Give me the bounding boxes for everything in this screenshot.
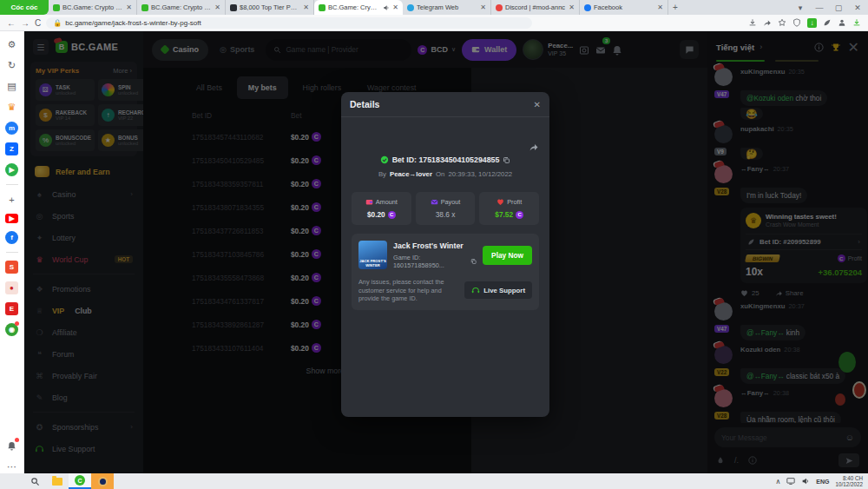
tab-close-icon[interactable]: ✕	[657, 3, 663, 11]
tab-close-icon[interactable]: ✕	[214, 3, 220, 11]
tab-close-icon[interactable]: ✕	[126, 3, 132, 11]
browser-address-bar: ← → C 🔒 bc.game/game/jack-frost-s-winter…	[0, 15, 868, 31]
bet-username[interactable]: Peace→lover	[390, 170, 432, 178]
bcd-coin-icon: C	[516, 211, 523, 219]
maximize-button[interactable]: ▢	[830, 0, 847, 15]
divider	[6, 184, 18, 185]
game-card: JACK FROST'S WINTER Jack Frost's Winter …	[352, 234, 539, 310]
tab-close-icon[interactable]: ✕	[569, 3, 575, 11]
shopee-icon[interactable]: S	[5, 261, 18, 274]
extensions-icon[interactable]	[823, 18, 832, 27]
share-icon[interactable]	[763, 18, 772, 27]
facebook-favicon	[584, 4, 591, 11]
browser-tab-bar: Cốc cốc BC.Game: Crypto Casino ✕ BC.Game…	[0, 0, 868, 15]
browser-tab-2[interactable]: BC.Game: Crypto Casino ✕	[137, 0, 226, 15]
tab-audio-icon[interactable]	[383, 4, 390, 11]
photo-app-icon[interactable]: ●	[5, 281, 18, 294]
url-box[interactable]: 🔒 bc.game/game/jack-frost-s-winter-by-pg…	[46, 17, 532, 29]
profile-icon[interactable]	[838, 18, 846, 27]
modal-title: Details	[350, 99, 379, 109]
extension-green-icon[interactable]: ↓	[807, 18, 817, 28]
bet-details-modal: Details ✕ Bet ID: 1751834504105294855 By…	[341, 92, 549, 417]
copy-icon[interactable]	[470, 258, 477, 265]
youtube-icon[interactable]: ▶	[5, 214, 18, 223]
browser-tab-6[interactable]: Discord | #mod-annc ✕	[491, 0, 580, 15]
stat-profit: Profit $7.52C	[479, 192, 539, 225]
game-name: Jack Frost's Winter	[393, 241, 477, 250]
amount-icon	[365, 198, 373, 206]
games-icon[interactable]: ▶	[5, 163, 18, 176]
zalo-icon[interactable]: Z	[5, 142, 18, 155]
active-app-icon[interactable]	[91, 473, 114, 489]
history-clock-icon[interactable]: ↻	[5, 59, 18, 72]
coccoc-taskbar-icon[interactable]: C	[69, 473, 91, 489]
windows-taskbar: C ∧ ENG 8:40 CH 10/12/2022	[0, 473, 868, 489]
back-icon[interactable]: ←	[7, 18, 16, 28]
browser-tab-5[interactable]: Telegram Web ✕	[403, 0, 491, 15]
bet-id-value: Bet ID: 1751834504105294855	[392, 155, 500, 164]
browser-sidebar: ⚙ ↻ ▤ ♛ m Z ▶ + ▶ f S ● E ◉ ⋯	[0, 31, 24, 473]
input-language[interactable]: ENG	[816, 479, 829, 485]
bcgame-favicon	[53, 4, 60, 11]
modal-close-icon[interactable]: ✕	[534, 100, 541, 109]
new-tab-button[interactable]: +	[668, 0, 682, 15]
bcgame-favicon	[319, 4, 326, 11]
more-icon[interactable]: ⋯	[5, 460, 18, 473]
tab-close-icon[interactable]: ✕	[480, 3, 486, 11]
tray-expand-icon[interactable]: ∧	[775, 478, 780, 486]
verified-check-icon	[380, 155, 389, 164]
messenger-icon[interactable]: m	[5, 122, 18, 135]
close-button[interactable]: ✕	[849, 0, 866, 15]
bcgame-app: ☰ B BC.GAME My VIP Perks More › ⚄ TASKun…	[24, 31, 868, 473]
adblock-shield-icon[interactable]	[792, 18, 801, 27]
start-button[interactable]	[0, 473, 23, 489]
minimize-button[interactable]: —	[811, 0, 828, 15]
bcd-coin-icon: C	[388, 211, 396, 219]
downloads-icon[interactable]	[852, 18, 861, 27]
crown-vip-icon[interactable]: ♛	[5, 101, 18, 114]
network-monitor-icon[interactable]	[786, 477, 795, 486]
pgsoft-favicon	[230, 4, 237, 11]
url-text: bc.game/game/jack-frost-s-winter-by-pg-s…	[65, 19, 201, 27]
stat-payout: Payout 38.6 x	[416, 192, 476, 225]
sports-ball-icon[interactable]: ◉	[5, 323, 18, 336]
headset-icon	[471, 286, 480, 294]
browser-tab-1[interactable]: BC.Game: Crypto Casino ✕	[49, 0, 137, 15]
tab-search-icon[interactable]: ▾	[792, 0, 809, 15]
payout-icon	[431, 198, 438, 206]
support-note: Any issues, please contact the customer …	[358, 278, 457, 303]
game-id-row: Game ID: 1601571858950...	[393, 254, 477, 269]
add-shortcut-icon[interactable]: +	[5, 193, 18, 206]
stat-amount: Amount $0.20C	[352, 192, 411, 225]
settings-gear-icon[interactable]: ⚙	[5, 38, 18, 51]
discord-favicon	[496, 4, 503, 11]
tab-close-icon[interactable]: ✕	[303, 3, 309, 11]
copy-icon[interactable]	[503, 156, 510, 164]
system-clock[interactable]: 8:40 CH 10/12/2022	[835, 475, 863, 487]
file-explorer-icon[interactable]	[46, 473, 69, 489]
volume-icon[interactable]	[801, 477, 810, 486]
forward-icon[interactable]: →	[21, 18, 30, 28]
browser-tab-7[interactable]: Facebook ✕	[580, 0, 668, 15]
tab-close-icon[interactable]: ✕	[392, 3, 398, 11]
play-now-button[interactable]: Play Now	[483, 246, 532, 265]
taskbar-search-icon[interactable]	[23, 473, 46, 489]
browser-brand[interactable]: Cốc cốc	[0, 0, 49, 15]
divider	[6, 252, 18, 253]
browser-tab-4-active[interactable]: BC.Game: Crypto Ca ✕	[314, 0, 403, 15]
facebook-icon[interactable]: f	[5, 231, 18, 244]
bookmark-star-icon[interactable]	[778, 18, 786, 27]
e-app-icon[interactable]: E	[5, 302, 18, 315]
lock-icon[interactable]: 🔒	[53, 19, 62, 27]
game-thumbnail[interactable]: JACK FROST'S WINTER	[358, 241, 387, 269]
reload-icon[interactable]: C	[35, 18, 41, 28]
share-bet-icon[interactable]	[529, 138, 539, 154]
bet-datetime: 20:39:33, 10/12/2022	[448, 170, 512, 178]
bcgame-favicon	[141, 4, 148, 11]
live-support-button[interactable]: Live Support	[464, 281, 532, 299]
save-page-icon[interactable]	[748, 18, 757, 27]
browser-tab-3[interactable]: $8,000 Top Tier PGSoft: M ✕	[226, 0, 314, 15]
reading-list-icon[interactable]: ▤	[5, 80, 18, 93]
notifications-bell-icon[interactable]	[5, 439, 18, 453]
profit-icon	[496, 198, 504, 206]
